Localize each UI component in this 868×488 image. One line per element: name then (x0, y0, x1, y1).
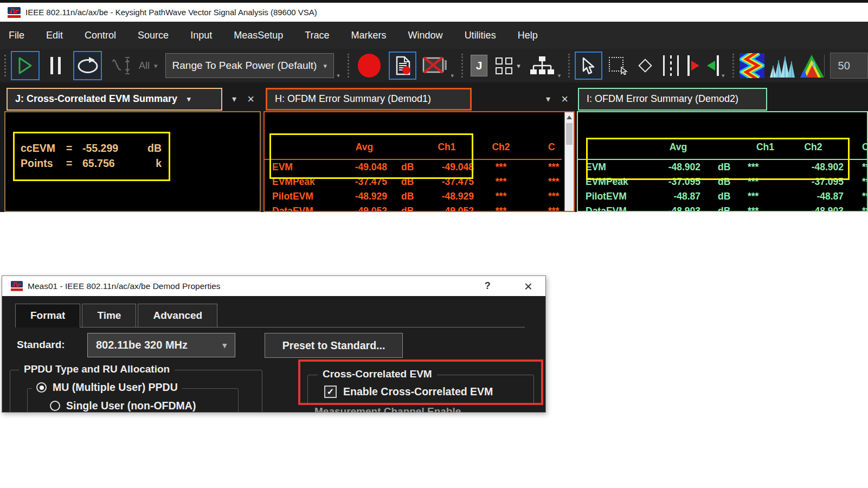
panel-i-title: I: OFDM Error Summary (Demod2) (587, 93, 738, 105)
col-header-ch1: Ch1 (734, 142, 783, 153)
dialog-help-button[interactable]: ? (485, 280, 491, 292)
tab-advanced[interactable]: Advanced (138, 304, 217, 327)
spectrum-icon (770, 54, 795, 78)
overflow-chevron-icon[interactable]: ▾ (337, 72, 340, 79)
panel-j-title-dropdown[interactable]: J: Cross-Correlated EVM Summary ▾ (7, 88, 222, 111)
window-layout-button[interactable]: ▾ (496, 57, 520, 74)
tab-format[interactable]: Format (15, 304, 80, 328)
pointer-tool-button[interactable] (575, 52, 602, 80)
toolbar-separator (461, 54, 463, 78)
chevron-down-icon: ▾ (222, 341, 227, 350)
panel-ofdm-error-demod2: I: OFDM Error Summary (Demod2) Avg Ch1 C… (577, 87, 868, 212)
measurement-channel-groupbox: Measurement Channel Enable (298, 412, 537, 413)
cursor-arrow-icon (581, 57, 596, 75)
diamond-marker-icon (639, 59, 652, 72)
trace-workspace: J: Cross-Correlated EVM Summary ▾ ▾ × cc… (0, 82, 868, 212)
standard-select[interactable]: 802.11be 320 MHz ▾ (87, 333, 235, 357)
points-row: Points = 65.756 k (21, 156, 162, 171)
panel-h-title-dropdown[interactable]: H: OFDM Error Summary (Demod1) (266, 88, 472, 111)
panel-j-menu-arrow[interactable]: ▾ (232, 94, 236, 104)
menu-help[interactable]: Help (518, 30, 538, 41)
menu-markers[interactable]: Markers (351, 30, 387, 41)
overflow-chevron-icon[interactable]: ▾ (722, 72, 725, 79)
panel-h-header: H: OFDM Error Summary (Demod1) ▾ × (263, 87, 575, 111)
app-title: IEEE 802.11n/ac/ax/be - Keysight PathWav… (25, 8, 317, 17)
restart-button[interactable] (73, 51, 102, 80)
range-operation-dropdown[interactable]: Range To Peak Power (Default) ▾ (165, 53, 335, 78)
panel-j-header: J: Cross-Correlated EVM Summary ▾ ▾ × (4, 87, 261, 111)
table-row-evmpeak: EVMPeak-37.095dB***-37.095*** (578, 175, 867, 189)
zoom-select-tool-button[interactable] (609, 56, 628, 75)
autorange-icon (112, 54, 136, 77)
panel-h-content: Avg Ch1 Ch2 C EVM-49.048dB-49.048****** … (263, 111, 575, 212)
menu-edit[interactable]: Edit (46, 30, 63, 41)
overflow-chevron-icon[interactable]: ▾ (451, 72, 454, 79)
mu-radio-button[interactable] (36, 382, 47, 393)
play-button[interactable] (11, 51, 40, 80)
ccevm-checkbox-row: ✓ Enable Cross-Correlated EVM (324, 386, 493, 398)
menu-input[interactable]: Input (190, 30, 212, 41)
panel-j-close-icon[interactable]: × (247, 93, 254, 105)
menu-trace[interactable]: Trace (305, 30, 329, 41)
overflow-chevron-icon[interactable]: ▾ (558, 72, 561, 79)
panel-i-header: I: OFDM Error Summary (Demod2) (577, 87, 868, 111)
spectrum-trace-button[interactable] (770, 54, 795, 78)
input-impedance-button[interactable]: 50 (830, 53, 868, 79)
col-header-ch3: C (528, 142, 562, 153)
panel-i-title-dropdown[interactable]: I: OFDM Error Summary (Demod2) (578, 88, 767, 111)
marker-tool-button[interactable] (638, 57, 653, 74)
panel-h-close-icon[interactable]: × (561, 93, 568, 105)
preset-to-standard-button[interactable]: Preset to Standard... (265, 333, 403, 358)
ccevm-value: -55.299 (82, 142, 118, 155)
panel-h-menu-arrow[interactable]: ▾ (546, 94, 550, 104)
measurement-hierarchy-button[interactable] (529, 55, 555, 76)
hardware-disconnected-button[interactable] (422, 54, 448, 77)
screenshot-page: IEEE 802.11n/ac/ax/be - Keysight PathWav… (0, 0, 868, 488)
ofdm-error-table-demod2: Avg Ch1 Ch2 C EVM-48.902dB***-48.902*** … (578, 136, 867, 212)
pause-button[interactable] (46, 51, 67, 80)
points-value: 65.756 (82, 157, 115, 170)
su-radio-button[interactable] (50, 401, 60, 411)
band-power-marker-button[interactable] (663, 55, 679, 76)
offset-marker-button[interactable] (687, 55, 719, 76)
record-button[interactable] (358, 54, 381, 78)
no-hardware-icon (422, 55, 448, 76)
menu-control[interactable]: Control (85, 30, 116, 41)
menu-window[interactable]: Window (408, 30, 443, 41)
tab-time[interactable]: Time (82, 304, 136, 327)
menu-utilities[interactable]: Utilities (465, 30, 496, 41)
scroll-up-icon[interactable] (567, 115, 572, 119)
scrollbar-thumb[interactable] (566, 123, 573, 145)
ccevm-row: ccEVM = -55.299 dB (21, 140, 162, 156)
dialog-close-icon[interactable]: × (524, 279, 532, 293)
app-titlebar: IEEE 802.11n/ac/ax/be - Keysight PathWav… (0, 3, 868, 22)
standard-label: Standard: (17, 339, 65, 351)
table-row-evm: EVM-48.902dB***-48.902*** (578, 160, 867, 175)
trace-select-button[interactable]: J (471, 55, 487, 76)
col-header-avg: Avg (656, 142, 700, 153)
col-header-ch3: C (844, 142, 868, 153)
pause-icon (50, 57, 53, 74)
panel-h-scrollbar[interactable] (564, 112, 574, 211)
spectrogram-icon (740, 53, 764, 78)
ccdf-trace-button[interactable] (800, 54, 824, 78)
menu-source[interactable]: Source (138, 30, 169, 41)
ccevm-checkbox[interactable]: ✓ (324, 386, 337, 398)
playback-recording-button[interactable] (389, 52, 416, 80)
red-flag-icon (691, 61, 699, 70)
record-dot-icon (402, 66, 410, 74)
menu-meassetup[interactable]: MeasSetup (234, 30, 283, 41)
table-row-dataevm: DataEVM-48.903dB***-48.903*** (578, 204, 867, 212)
autorange-control[interactable]: All ▾ (112, 54, 158, 77)
toolbar-grip[interactable] (4, 55, 6, 76)
chevron-down-icon[interactable]: ▾ (154, 62, 158, 70)
menu-bar: File Edit Control Source Input MeasSetup… (0, 22, 868, 49)
spectrogram-trace-button[interactable] (740, 53, 764, 78)
panel-i-content: Avg Ch1 Ch2 C EVM-48.902dB***-48.902*** … (577, 111, 868, 212)
panel-j-content: ccEVM = -55.299 dB Points = 65.756 k (4, 111, 261, 212)
panel-j-title: J: Cross-Correlated EVM Summary (15, 93, 177, 105)
play-icon (17, 56, 33, 75)
menu-file[interactable]: File (9, 30, 24, 41)
restart-loop-icon (76, 57, 99, 74)
cursor-arrow-icon (620, 67, 628, 75)
